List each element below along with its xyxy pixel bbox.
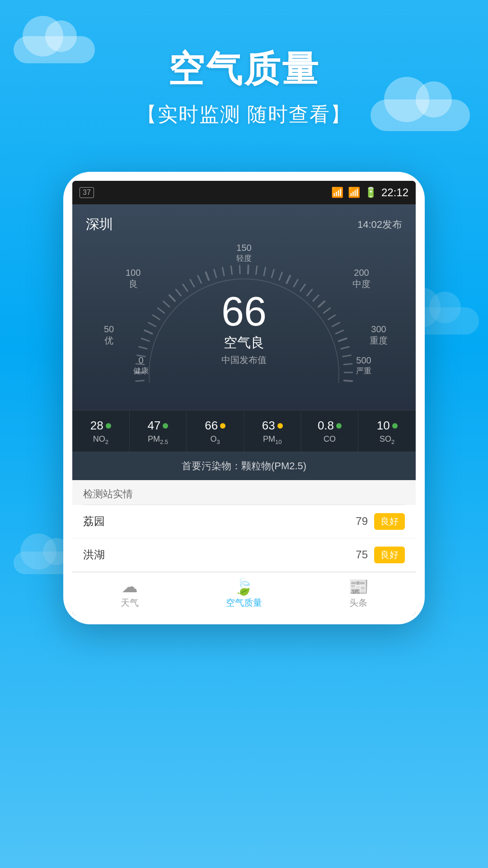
station-right: 75良好 — [356, 547, 405, 563]
battery-icon: 🔋 — [365, 187, 377, 198]
pollutant-name: CO — [304, 434, 356, 444]
pollutant-value: 66 — [205, 419, 218, 433]
station-name: 荔园 — [83, 514, 105, 528]
pollutant-indicator-dot — [277, 423, 283, 429]
status-time: 22:12 — [381, 186, 408, 199]
gauge-label-100: 100 良 — [126, 268, 141, 290]
pollutant-value: 10 — [377, 419, 390, 433]
station-row: 荔园79良好 — [72, 505, 416, 538]
phone-mockup: 37 📶 📶 🔋 22:12 深圳 14:02发布 — [63, 172, 425, 624]
bottom-nav: ☁天气🍃空气质量📰头条 — [72, 572, 416, 615]
nav-label-天气: 天气 — [121, 597, 139, 609]
status-left: 37 — [80, 187, 94, 198]
gauge-label-200: 200 中度 — [352, 268, 371, 290]
status-bar: 37 📶 📶 🔋 22:12 — [72, 181, 416, 204]
gauge-container: 150 轻度 100 良 200 中度 50 优 — [86, 238, 402, 401]
pollutant-indicator-dot — [163, 423, 168, 429]
nav-icon-天气: ☁ — [122, 579, 138, 595]
city-header: 深圳 14:02发布 — [86, 215, 402, 234]
station-quality-badge: 良好 — [374, 513, 405, 530]
gauge-area: 深圳 14:02发布 150 轻度 — [72, 204, 416, 410]
pollutant-item: 63PM10 — [244, 410, 301, 452]
cloud-decoration-2 — [371, 99, 470, 131]
gauge-label-500: 500 严重 — [356, 355, 371, 376]
stations-header: 检测站实情 — [72, 480, 416, 505]
gauge-source: 中国发布值 — [221, 354, 267, 366]
nav-label-空气质量: 空气质量 — [226, 597, 262, 609]
station-name: 洪湖 — [83, 547, 105, 562]
pollutant-item: 47PM2.5 — [130, 410, 187, 452]
gauge-label-300: 300 重度 — [370, 324, 388, 347]
cloud-decoration-1 — [14, 36, 95, 63]
gauge-center: 66 空气良 中国发布值 — [221, 291, 267, 366]
pollutant-name: SO2 — [361, 434, 413, 445]
pollutant-name: NO2 — [75, 434, 127, 445]
city-name: 深圳 — [86, 215, 113, 234]
publish-time: 14:02发布 — [357, 218, 402, 231]
pollutant-indicator-dot — [392, 423, 398, 429]
pollutant-name: PM10 — [247, 434, 298, 445]
signal-icon: 📶 — [348, 187, 360, 198]
notification-badge: 37 — [80, 187, 94, 198]
nav-icon-头条: 📰 — [348, 579, 369, 595]
status-right: 📶 📶 🔋 22:12 — [331, 186, 408, 199]
pollutant-indicator-dot — [336, 423, 342, 429]
pollutant-value: 63 — [262, 419, 275, 433]
pollutant-value: 47 — [148, 419, 161, 433]
primary-pollutant: 首要污染物：颗粒物(PM2.5) — [72, 452, 416, 480]
pollutant-item: 28NO2 — [72, 410, 130, 452]
station-quality-badge: 良好 — [374, 547, 405, 563]
pollutant-item: 10SO2 — [358, 410, 416, 452]
gauge-label-0: 0 健康 — [133, 355, 149, 376]
pollutant-value: 28 — [90, 419, 103, 433]
nav-item-空气质量[interactable]: 🍃空气质量 — [187, 572, 301, 615]
pollutant-indicator-dot — [106, 423, 111, 429]
pollutant-indicator-dot — [220, 423, 225, 429]
station-right: 79良好 — [356, 513, 405, 530]
gauge-value: 66 — [221, 291, 267, 332]
stations-section: 检测站实情 荔园79良好洪湖75良好 — [72, 480, 416, 572]
nav-icon-空气质量: 🍃 — [234, 579, 254, 595]
nav-item-天气[interactable]: ☁天气 — [72, 572, 187, 615]
gauge-label-150: 150 轻度 — [236, 243, 252, 264]
gauge-label-50: 50 优 — [104, 324, 114, 347]
pollutant-item: 0.8CO — [301, 410, 359, 452]
pollutant-name: O3 — [189, 434, 241, 445]
pollutant-name: PM2.5 — [132, 434, 184, 445]
pollutant-item: 66O3 — [187, 410, 244, 452]
wifi-icon: 📶 — [331, 187, 343, 198]
nav-label-头条: 头条 — [349, 597, 367, 609]
station-value: 79 — [356, 515, 368, 528]
pollutant-value: 0.8 — [318, 419, 334, 433]
station-value: 75 — [356, 548, 368, 561]
nav-item-头条[interactable]: 📰头条 — [301, 572, 416, 615]
station-row: 洪湖75良好 — [72, 538, 416, 572]
pollutant-grid: 28NO247PM2.566O363PM100.8CO10SO2 — [72, 410, 416, 452]
phone-screen: 37 📶 📶 🔋 22:12 深圳 14:02发布 — [72, 181, 416, 615]
gauge-status: 空气良 — [221, 334, 267, 352]
